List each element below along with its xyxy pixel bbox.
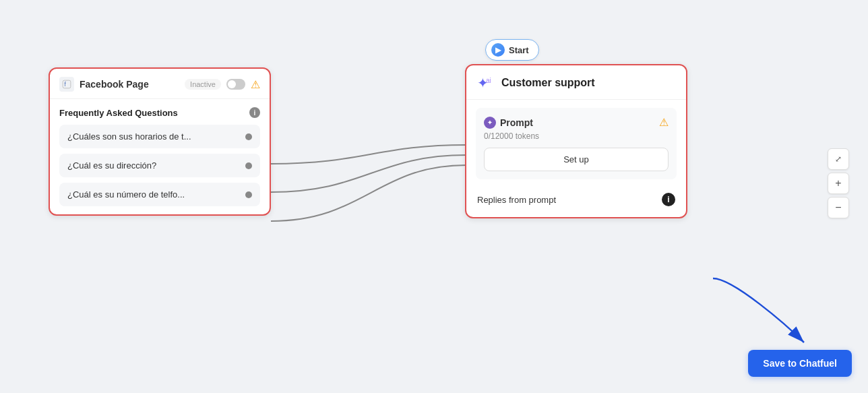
facebook-icon: f xyxy=(59,77,74,92)
start-arrow-icon: ▶ xyxy=(491,43,505,57)
faq-info-icon: i xyxy=(249,107,260,118)
fb-node-header: f Facebook Page Inactive ⚠ xyxy=(50,69,270,99)
faq-section-title: Frequently Asked Questions i xyxy=(59,107,260,118)
cs-node-body: ✦ Prompt ⚠ 0/12000 tokens Set up Replies… xyxy=(466,100,686,217)
cs-node-title: Customer support xyxy=(501,77,677,89)
arrow-to-save xyxy=(706,272,814,353)
svg-text:ai: ai xyxy=(486,77,491,84)
prompt-section: ✦ Prompt ⚠ 0/12000 tokens Set up xyxy=(476,108,677,179)
prompt-warning-icon: ⚠ xyxy=(659,116,669,129)
start-badge: ▶ Start xyxy=(485,39,539,61)
fb-node-title: Facebook Page xyxy=(80,79,179,90)
prompt-label: ✦ Prompt xyxy=(484,117,533,129)
zoom-compress-button[interactable]: ⤢ xyxy=(828,148,849,170)
faq-item-2-text: ¿Cuál es su dirección? xyxy=(67,160,156,171)
customer-support-node: ✦ ai Customer support ✦ Prompt ⚠ 0/12000… xyxy=(465,64,687,218)
fb-node-body: Frequently Asked Questions i ¿Cuáles son… xyxy=(50,99,270,214)
faq-item-2[interactable]: ¿Cuál es su dirección? xyxy=(59,154,260,177)
faq-item-1[interactable]: ¿Cuáles son sus horarios de t... xyxy=(59,125,260,148)
faq-item-2-dot xyxy=(245,162,252,169)
zoom-controls: ⤢ + − xyxy=(828,148,849,218)
svg-rect-0 xyxy=(63,80,71,88)
save-to-chatfuel-button[interactable]: Save to Chatfuel xyxy=(748,350,852,377)
faq-item-1-text: ¿Cuáles son sus horarios de t... xyxy=(67,131,191,142)
prompt-icon: ✦ xyxy=(484,117,496,129)
inactive-toggle[interactable] xyxy=(226,79,245,90)
zoom-out-button[interactable]: − xyxy=(828,197,849,218)
cs-node-header: ✦ ai Customer support xyxy=(466,65,686,100)
replies-text: Replies from prompt xyxy=(477,195,556,205)
tokens-text: 0/12000 tokens xyxy=(484,131,669,141)
zoom-in-button[interactable]: + xyxy=(828,173,849,194)
faq-item-3-text: ¿Cuál es su número de telfo... xyxy=(67,189,185,200)
fb-warning-icon: ⚠ xyxy=(251,78,260,91)
setup-button[interactable]: Set up xyxy=(484,148,669,171)
start-label: Start xyxy=(509,45,529,55)
svg-text:f: f xyxy=(65,82,67,88)
ai-icon: ✦ ai xyxy=(476,73,495,92)
replies-info-icon[interactable]: i xyxy=(662,193,675,206)
faq-item-1-dot xyxy=(245,133,252,140)
prompt-header: ✦ Prompt ⚠ xyxy=(484,116,669,129)
canvas: ▶ Start f Facebook Page Inactive ⚠ Frequ… xyxy=(0,0,868,393)
faq-item-3-dot xyxy=(245,191,252,198)
inactive-badge: Inactive xyxy=(185,79,221,90)
faq-item-3[interactable]: ¿Cuál es su número de telfo... xyxy=(59,183,260,206)
facebook-page-node: f Facebook Page Inactive ⚠ Frequently As… xyxy=(49,67,271,216)
replies-section: Replies from prompt i xyxy=(476,187,677,209)
